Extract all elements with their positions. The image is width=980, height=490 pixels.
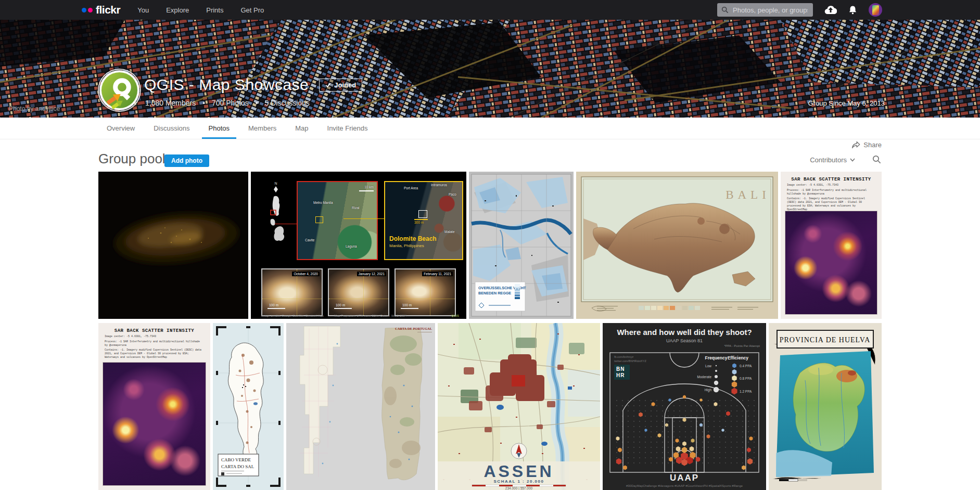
manila-overview-map: Metro Manila Rizal Cavite Laguna 10 km (297, 181, 378, 260)
group-title: QGIS - Map Showcase (144, 76, 309, 94)
tab-invite-friends[interactable]: Invite Friends (321, 118, 375, 139)
dolomite-subtitle: Manila, Philippines (389, 243, 424, 248)
shots-title: Where and how well did they shoot? (603, 328, 766, 337)
credit-right: QGIS (451, 314, 459, 317)
user-avatar-image (872, 5, 879, 15)
cabo-title: CABO VERDE (221, 457, 251, 462)
stats-separator2: • (256, 99, 258, 107)
group-pool-heading: Group pool (98, 151, 166, 167)
photo-thumbnail-gold-relief[interactable] (98, 172, 248, 319)
philippines-outline-art: N (255, 179, 297, 262)
sar-meta-line1: Image center: -5 4.6301, -75.7343 (787, 184, 875, 187)
connector-line (343, 218, 384, 219)
shots-subtitle: UAAP Season 81 (603, 338, 766, 343)
assen-scale: SCHAAL 1 : 20.000 (494, 479, 544, 484)
notifications-bell-icon[interactable] (848, 5, 857, 15)
freq-moderate: Moderate (697, 375, 712, 379)
nav-item-you[interactable]: You (137, 6, 149, 14)
sar-meta-line2: Process: -1 SAR Interferometry and multi… (787, 189, 875, 196)
bali-title: BALI (726, 188, 770, 201)
check-icon (325, 82, 331, 88)
share-button[interactable]: Share (851, 141, 882, 149)
pool-search-button[interactable] (872, 155, 881, 166)
pool-search-icon (872, 155, 881, 164)
chevron-down-icon (850, 158, 855, 162)
sar2-heatmap-art (103, 363, 206, 485)
nav-search-box[interactable] (717, 3, 813, 17)
vecht-legend-sub: BENEDEN REGGE (478, 291, 511, 295)
dolomite-detail-map: Port Area Intramuros Paco Malate 300 m D… (384, 181, 463, 260)
nav-item-getpro[interactable]: Get Pro (240, 6, 264, 14)
dolomite-title: Dolomite Beach (389, 235, 437, 242)
eff-04: 0.4 PPA (740, 364, 752, 368)
huelva-title: PROVINCIA DE HUELVA (780, 336, 871, 344)
photo-thumbnail-carta-de-portugal[interactable]: CARTA DE PORTUGAL (286, 323, 435, 490)
cabo-subtitle: CARTA DO SAL (221, 464, 254, 469)
photo-row-1: N Metro Manila Rizal Cavite Laguna 10 km… (98, 172, 882, 319)
search-input[interactable] (732, 6, 809, 15)
portugal-map-art: CARTA DE PORTUGAL (286, 323, 435, 490)
flickr-logo-text: flickr (96, 4, 120, 16)
photo-thumbnail-uaap-shot-chart[interactable]: Where and how well did they shoot? UAAP … (603, 323, 766, 490)
eff-legend-label: Efficiency (728, 355, 748, 360)
assen-coords: 234.000 | 557.000 (505, 486, 533, 490)
sar-heatmap-art (785, 211, 877, 314)
tab-map[interactable]: Map (288, 118, 315, 139)
social-twitter: twitter.com/BNHRdotXYZ (614, 359, 646, 364)
huelva-map-art: PROVINCIA DE HUELVA (769, 323, 882, 490)
photo-thumbnail-sar-backscatter-2[interactable]: SAR BACK SCATTER INTENSITY Image center:… (98, 323, 210, 490)
eff-12: 1.2 PPA (740, 390, 752, 393)
upload-cloud-icon[interactable] (824, 5, 837, 15)
group-since: Group Since May 6, 2013 (808, 99, 885, 107)
group-cover-banner: QGIS - Map Showcase Joined 1,080 Members… (0, 20, 980, 118)
photo-thumbnail-sar-backscatter[interactable]: SAR BACK SCATTER INTENSITY Image center:… (781, 172, 882, 319)
eff-08: 0.8 PPA (740, 377, 752, 380)
sar2-title: SAR BACK SCATTER INTENSITY (101, 328, 207, 333)
contributors-dropdown[interactable]: Contributors (810, 156, 855, 164)
add-photo-button[interactable]: Add photo (164, 154, 209, 167)
discussions-count[interactable]: 5 Discussions (265, 99, 310, 107)
timeseries-panel-3: February 11, 2021 100 m (394, 268, 456, 316)
bnhr-logo: BN HR (614, 365, 630, 380)
tab-overview[interactable]: Overview (100, 118, 142, 139)
credit-left: Image credits: Google Satellite, Sentine… (261, 314, 324, 317)
nav-right-group (717, 3, 882, 17)
cabo-verde-map-art: CABO VERDE CARTA DO SAL (213, 323, 284, 490)
bali-map-art: BALI (576, 172, 778, 319)
nav-item-explore[interactable]: Explore (166, 6, 189, 14)
flickr-logo[interactable]: flickr (82, 4, 120, 16)
nav-item-prints[interactable]: Prints (206, 6, 223, 14)
joined-button[interactable]: Joined (319, 79, 362, 92)
sar-meta-line3: Contains: -1. Imagery modified Copernicu… (787, 197, 875, 211)
share-label: Share (863, 141, 882, 149)
group-tabbar: Overview Discussions Photos Members Map … (0, 118, 980, 139)
sar2-meta-line2: Process: -1 SAR Interferometry and multi… (105, 340, 204, 347)
photo-thumbnail-cabo-verde[interactable]: CABO VERDE CARTA DO SAL (213, 323, 284, 490)
assen-map-art: ASSEN SCHAAL 1 : 20.000 234.000 | 557.00… (438, 323, 600, 490)
photo-thumbnail-dolomite-beach[interactable]: N Metro Manila Rizal Cavite Laguna 10 km… (251, 172, 466, 319)
group-avatar-qgis-logo[interactable] (99, 70, 140, 111)
sar-title: SAR BACK SCATTER INTENSITY (784, 177, 879, 182)
members-count[interactable]: 1,080 Members (145, 99, 196, 107)
freq-legend-label: Frequency (705, 355, 728, 360)
share-icon (851, 141, 860, 149)
photo-thumbnail-assen[interactable]: ASSEN SCHAAL 1 : 20.000 234.000 | 557.00… (438, 323, 600, 490)
tab-discussions[interactable]: Discussions (147, 118, 196, 139)
shots-footer: UAAP (603, 473, 766, 483)
contributors-label: Contributors (810, 156, 847, 164)
photos-count[interactable]: 700 Photos (212, 99, 249, 107)
photo-thumbnail-bali-map[interactable]: BALI (576, 172, 778, 319)
photo-thumbnail-provincia-de-huelva[interactable]: PROVINCIA DE HUELVA (769, 323, 882, 490)
freq-high: High (705, 388, 712, 392)
top-navbar: flickr You Explore Prints Get Pro (0, 0, 980, 20)
gold-relief-art (98, 172, 248, 319)
tab-members[interactable]: Members (241, 118, 283, 139)
timeseries-panel-1: October 4, 2020 100 m (261, 268, 323, 316)
cover-photo-credit[interactable]: Photo by andyjtice (9, 105, 60, 112)
tab-photos[interactable]: Photos (202, 118, 236, 139)
sar2-meta-line3: Contains: -1. Imagery modified Copernicu… (105, 349, 204, 359)
photo-thumbnail-vecht-river-map[interactable]: OVERIJSSELSCHE VECHT BENEDEN REGGE (469, 172, 574, 319)
credit-center: Map Projection: UTM zone 51N / Datum: WG… (334, 314, 406, 317)
user-avatar[interactable] (869, 3, 882, 17)
bnhr-logo-block: fb.com/bnhrxyz twitter.com/BNHRdotXYZ BN… (614, 355, 646, 380)
